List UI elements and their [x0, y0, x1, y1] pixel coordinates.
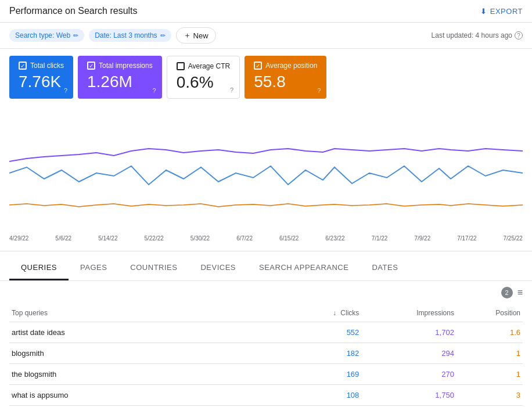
- metric-card-total-impressions[interactable]: Total impressions 1.26M ?: [78, 56, 162, 99]
- table-row: the blogsmith 169 270 1: [9, 363, 523, 384]
- impressions-cell: 1,750: [361, 384, 456, 405]
- impressions-cell: 270: [361, 363, 456, 384]
- query-cell: the blogsmith: [9, 363, 292, 384]
- tab-dates[interactable]: DATES: [360, 256, 409, 280]
- page-title: Performance on Search results: [9, 6, 138, 16]
- query-link[interactable]: the blogsmith: [12, 370, 56, 379]
- average-position-help-icon[interactable]: ?: [317, 87, 321, 94]
- performance-chart: [9, 115, 523, 231]
- query-link[interactable]: artist date ideas: [12, 328, 65, 337]
- date-filter[interactable]: Date: Last 3 months ✏: [89, 29, 171, 42]
- average-ctr-value: 0.6%: [177, 73, 230, 92]
- table-row: what is appsumo 108 1,750 3: [9, 384, 523, 405]
- impressions-cell: 1,702: [361, 322, 456, 343]
- new-filter-button[interactable]: ＋ New: [176, 27, 216, 44]
- total-clicks-help-icon[interactable]: ?: [64, 87, 67, 94]
- total-impressions-value: 1.26M: [87, 72, 153, 92]
- query-cell: blogsmith: [9, 343, 292, 363]
- edit-icon: ✏: [73, 32, 78, 39]
- last-updated-text: Last updated: 4 hours ago: [432, 31, 512, 39]
- last-updated-info-icon[interactable]: ?: [515, 31, 523, 39]
- table-row: blogsmith 182 294 1: [9, 343, 523, 363]
- clicks-cell: 182: [292, 343, 361, 363]
- tab-countries[interactable]: COUNTRIES: [118, 256, 189, 280]
- search-type-filter[interactable]: Search type: Web ✏: [9, 29, 84, 42]
- average-position-value: 55.8: [254, 72, 317, 92]
- average-ctr-help-icon[interactable]: ?: [230, 87, 233, 93]
- total-clicks-value: 7.76K: [19, 72, 64, 92]
- export-icon: ⬇: [480, 7, 487, 16]
- total-impressions-checkbox[interactable]: [87, 62, 95, 70]
- clicks-cell: 169: [292, 363, 361, 384]
- queries-table: Top queries ↓ Clicks Impressions Positio…: [9, 304, 523, 407]
- edit-icon: ✏: [160, 32, 166, 39]
- query-cell: artist date ideas: [9, 322, 292, 343]
- clicks-cell: 108: [292, 384, 361, 405]
- tab-devices[interactable]: DEVICES: [189, 256, 247, 280]
- tabs-container: QUERIES PAGES COUNTRIES DEVICES SEARCH A…: [0, 256, 532, 281]
- col-header-impressions[interactable]: Impressions: [361, 304, 456, 322]
- export-button[interactable]: ⬇ EXPORT: [480, 7, 523, 16]
- metric-cards-container: Total clicks 7.76K ? Total impressions 1…: [0, 49, 532, 106]
- average-position-checkbox[interactable]: [254, 62, 262, 70]
- sort-icon: ↓: [333, 309, 336, 317]
- col-header-query: Top queries: [9, 304, 292, 322]
- plus-icon: ＋: [184, 30, 191, 41]
- position-cell: 1: [456, 343, 523, 363]
- tab-search-appearance[interactable]: SEARCH APPEARANCE: [247, 256, 360, 280]
- chart-area: 4/29/22 5/6/22 5/14/22 5/22/22 5/30/22 6…: [0, 106, 532, 251]
- clicks-cell: 552: [292, 322, 361, 343]
- position-cell: 3: [456, 384, 523, 405]
- query-cell: what is appsumo: [9, 384, 292, 405]
- query-link[interactable]: blogsmith: [12, 349, 44, 358]
- impressions-cell: 294: [361, 343, 456, 363]
- table-row: artist date ideas 552 1,702 1.6: [9, 322, 523, 343]
- tab-queries[interactable]: QUERIES: [9, 256, 69, 280]
- total-clicks-checkbox[interactable]: [19, 62, 27, 70]
- position-cell: 1: [456, 363, 523, 384]
- filter-icon-button[interactable]: ≡: [517, 287, 523, 298]
- x-axis-labels: 4/29/22 5/6/22 5/14/22 5/22/22 5/30/22 6…: [9, 233, 523, 242]
- filter-count-badge: 2: [501, 287, 513, 298]
- total-impressions-help-icon[interactable]: ?: [153, 87, 156, 94]
- metric-card-total-clicks[interactable]: Total clicks 7.76K ?: [9, 56, 73, 99]
- query-link[interactable]: what is appsumo: [12, 391, 69, 399]
- table-section: 2 ≡ Top queries ↓ Clicks Impressions: [0, 281, 532, 407]
- tab-pages[interactable]: PAGES: [69, 256, 118, 280]
- filter-bar: Search type: Web ✏ Date: Last 3 months ✏…: [0, 23, 532, 49]
- col-header-clicks[interactable]: ↓ Clicks: [292, 304, 361, 322]
- metric-card-average-ctr[interactable]: Average CTR 0.6% ?: [167, 56, 240, 99]
- metric-card-average-position[interactable]: Average position 55.8 ?: [245, 56, 326, 99]
- col-header-position[interactable]: Position: [456, 304, 523, 322]
- average-ctr-checkbox[interactable]: [177, 62, 185, 70]
- position-cell: 1.6: [456, 322, 523, 343]
